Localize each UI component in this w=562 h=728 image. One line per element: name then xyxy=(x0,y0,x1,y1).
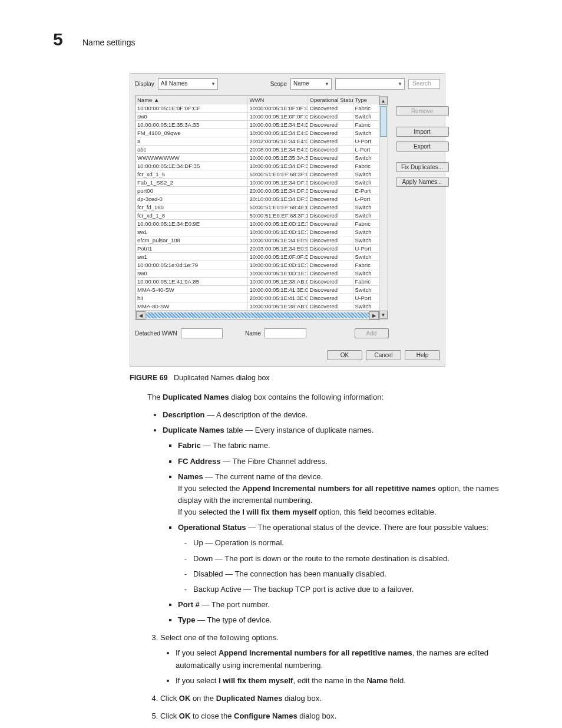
table-row[interactable]: 10:00:00:05:1E:34:E0:9E10:00:00:05:1E:0D… xyxy=(135,220,379,228)
list-item: Operational Status — The operational sta… xyxy=(178,522,503,595)
table-row[interactable]: a20:02:00:05:1E:34:E4:D7DiscoveredU-Port xyxy=(135,137,379,146)
table-row[interactable]: 10:00:00:05:1E:34:DF:3510:00:00:05:1E:34… xyxy=(135,162,379,170)
col-op[interactable]: Operational Status xyxy=(308,96,353,104)
table-row[interactable]: fcr_xd_1_850:00:51:E0:EF:68:3F:12Discove… xyxy=(135,212,379,220)
col-wwn[interactable]: WWN xyxy=(247,96,308,104)
list-item: Down — The port is down or the route to … xyxy=(193,553,503,565)
table-row[interactable]: sw110:00:00:05:1E:0D:1E:7ADiscoveredSwit… xyxy=(135,228,379,236)
scroll-left-icon[interactable]: ◀ xyxy=(136,311,146,319)
col-name[interactable]: Name ▲ xyxy=(135,96,247,104)
list-item: Description — A description of the devic… xyxy=(163,409,503,421)
name-field-label: Name xyxy=(245,330,261,337)
table-row[interactable]: 10:00:00:05:1E:0F:0F:CF10:00:00:05:1E:0F… xyxy=(135,104,379,113)
table-row[interactable]: MMA-80-SW10:00:00:05:1E:38:AB:0FDiscover… xyxy=(135,302,379,311)
scroll-down-icon[interactable]: ▼ xyxy=(379,311,388,319)
scope-select[interactable]: Name xyxy=(290,78,332,90)
table-row[interactable]: hii20:00:00:05:1E:41:3E:05DiscoveredU-Po… xyxy=(135,294,379,302)
table-row[interactable]: efcm_pulsar_10810:00:00:05:1E:34:E0:9EDi… xyxy=(135,236,379,245)
table-row[interactable]: sw010:00:00:05:1E:0F:0F:CFDiscoveredSwit… xyxy=(135,113,379,121)
list-item: Port # — The port number. xyxy=(178,599,503,611)
table-row[interactable]: 10:00:00:05:1E:41:9A:8510:00:00:05:1E:38… xyxy=(135,278,379,286)
list-item: Fabric — The fabric name. xyxy=(178,440,503,452)
list-item: If you select Append Incremental numbers… xyxy=(176,647,503,671)
names-table: Name ▲ WWN Operational Status Type 10:00… xyxy=(135,96,379,311)
chapter-title: Name settings xyxy=(82,38,135,47)
scope-value-select[interactable] xyxy=(335,78,405,90)
table-row[interactable]: 10:00:00:05:1e:0d:1e:7910:00:00:05:1E:0D… xyxy=(135,261,379,269)
list-item: Duplicate Names table — Every instance o… xyxy=(163,424,503,626)
table-row[interactable]: port0020:00:00:05:1E:34:DF:35DiscoveredE… xyxy=(135,187,379,195)
ok-button[interactable]: OK xyxy=(327,350,362,360)
step-5: Click OK to close the Configure Names di… xyxy=(160,710,503,722)
table-row[interactable]: fcr_xd_1_550:00:51:E0:EF:68:3F:0CDiscove… xyxy=(135,170,379,179)
import-button[interactable]: Import xyxy=(396,127,449,137)
detached-wwn-input[interactable] xyxy=(181,328,223,338)
vertical-scrollbar[interactable]: ▲ ▼ xyxy=(379,96,388,319)
table-row[interactable]: dp-3ced-020:10:00:05:1E:34:DF:35Discover… xyxy=(135,195,379,203)
remove-button[interactable]: Remove xyxy=(396,106,449,116)
list-item: Up — Operation is normal. xyxy=(193,537,503,549)
list-item: Names — The current name of the device. … xyxy=(178,471,503,519)
display-select[interactable]: All Names xyxy=(158,78,218,90)
table-row[interactable]: MMA-5-40-SW10:00:00:05:1E:41:3E:05Discov… xyxy=(135,286,379,294)
table-row[interactable]: 10:00:00:05:1E:35:3A:3310:00:00:05:1E:34… xyxy=(135,121,379,129)
horizontal-scrollbar[interactable]: ◀ ▶ xyxy=(135,311,379,319)
list-item: Type — The type of device. xyxy=(178,614,503,626)
help-button[interactable]: Help xyxy=(405,350,440,360)
list-item: If you select I will fix them myself, ed… xyxy=(176,675,503,687)
chapter-number: 5 xyxy=(53,29,71,50)
name-input[interactable] xyxy=(265,328,306,338)
table-row[interactable]: Fab_1_SS2_210:00:00:05:1E:34:DF:35Discov… xyxy=(135,179,379,187)
cancel-button[interactable]: Cancel xyxy=(366,350,401,360)
table-row[interactable]: FM_4100_09qwe10:00:00:05:1E:34:E4:D7Disc… xyxy=(135,129,379,137)
table-row[interactable]: Potrt120:03:00:05:1E:34:E0:9EDiscoveredU… xyxy=(135,245,379,253)
detached-wwn-label: Detached WWN xyxy=(135,330,177,337)
figure-caption: FIGURE 69 Duplicated Names dialog box xyxy=(130,374,509,382)
apply-names-button[interactable]: Apply Names... xyxy=(396,177,449,187)
duplicated-names-dialog: Display All Names Scope Name Search xyxy=(130,73,445,367)
list-item: FC Address — The Fibre Channel address. xyxy=(178,456,503,467)
scope-label: Scope xyxy=(270,81,287,87)
fix-duplicates-button[interactable]: Fix Duplicates... xyxy=(396,162,449,172)
step-4: Click OK on the Duplicated Names dialog … xyxy=(160,693,503,704)
table-row[interactable]: sw010:00:00:05:1E:0D:1E:79DiscoveredSwit… xyxy=(135,269,379,278)
table-row[interactable]: abc20:08:00:05:1E:34:E4:D7DiscoveredL-Po… xyxy=(135,146,379,154)
col-type[interactable]: Type xyxy=(353,96,379,104)
search-input[interactable]: Search xyxy=(408,79,440,89)
table-row[interactable]: fcr_fd_16050:00:51:E0:EF:68:4E:0ADiscove… xyxy=(135,203,379,212)
scroll-up-icon[interactable]: ▲ xyxy=(379,97,388,105)
list-item: Disabled — The connection has been manua… xyxy=(193,568,503,580)
list-item: Backup Active — The backup TCP port is a… xyxy=(193,584,503,595)
scroll-right-icon[interactable]: ▶ xyxy=(369,311,379,319)
step-3: Select one of the following options. If … xyxy=(160,632,503,687)
table-row[interactable]: WWWWWWWW10:00:00:05:1E:35:3A:33Discovere… xyxy=(135,154,379,162)
table-row[interactable]: sw110:00:00:05:1E:0F:0F:D0DiscoveredSwit… xyxy=(135,253,379,261)
add-button[interactable]: Add xyxy=(355,328,389,338)
display-label: Display xyxy=(135,81,154,87)
intro-paragraph: The Duplicated Names dialog box contains… xyxy=(147,391,503,403)
export-button[interactable]: Export xyxy=(396,141,449,151)
